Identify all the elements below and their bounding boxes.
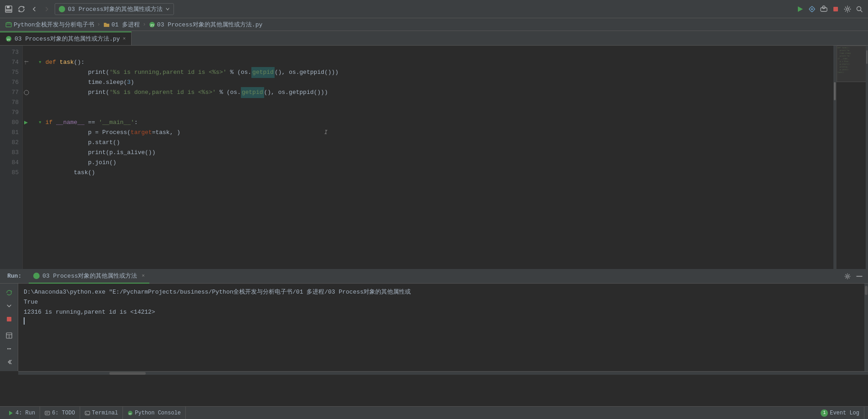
breadcrumb-sep2: › [143, 21, 146, 28]
run-panel-body: D:\Anaconda3\python.exe "E:/PycharmProje… [0, 284, 868, 371]
line-numbers: 73 74 75 76 77 78 79 80 81 82 83 84 85 [0, 46, 23, 269]
run-tab-label: 03 Process对象的其他属性或方法 [42, 272, 137, 280]
status-event-log[interactable]: 1 Event Log [816, 407, 864, 419]
gutter-83 [24, 148, 32, 158]
coverage-icon[interactable] [819, 4, 829, 14]
run-output: D:\Anaconda3\python.exe "E:/PycharmProje… [18, 284, 864, 371]
toolbar-right-icons [795, 4, 864, 14]
run-tab[interactable]: 03 Process对象的其他属性或方法 × [29, 269, 149, 284]
run-output-scrollbar[interactable] [864, 284, 868, 371]
run-tab-icon [33, 273, 40, 279]
breadcrumb-project[interactable]: Python全栈开发与分析电子书 [14, 21, 94, 29]
status-python-console-label: Python Console [135, 410, 181, 416]
stop-run-icon[interactable] [4, 314, 15, 325]
forward-icon[interactable] [42, 4, 52, 14]
line-num-82: 82 [4, 138, 19, 148]
tab-close-button[interactable]: × [123, 36, 126, 41]
svg-point-11 [822, 6, 825, 9]
editor-tab[interactable]: py 03 Process对象的其他属性或方法.py × [0, 31, 132, 45]
rerun-icon[interactable] [4, 287, 15, 298]
more-icon[interactable] [4, 343, 15, 354]
line-num-76: 76 [4, 78, 19, 88]
toolbar: 03 Process对象的其他属性或方法 [0, 0, 868, 18]
minimap-scrollbar [866, 46, 868, 269]
scroll-down-icon[interactable] [4, 300, 15, 311]
svg-rect-1 [7, 6, 10, 8]
svg-rect-12 [833, 7, 838, 11]
code-editor[interactable]: ▾ def task(): print('%s is running,paren… [33, 46, 833, 269]
run-minimize-icon[interactable] [854, 271, 864, 281]
line-num-73: 73 [4, 47, 19, 57]
code-line-82: p.start() [38, 138, 828, 148]
gutter-80[interactable] [24, 118, 32, 128]
status-bar: 4: Run 6: TODO Terminal py Python Consol… [0, 406, 868, 419]
status-run[interactable]: 4: Run [4, 407, 40, 419]
gutter-82 [24, 138, 32, 148]
line-num-75: 75 [4, 67, 19, 78]
status-todo[interactable]: 6: TODO [40, 407, 80, 419]
svg-point-29 [7, 348, 8, 349]
run-icon[interactable] [795, 4, 805, 14]
code-line-76: time.sleep(3) [38, 78, 828, 88]
code-line-78 [38, 98, 828, 108]
svg-point-30 [8, 348, 9, 349]
minimap-scrollbar-thumb [866, 50, 868, 64]
line-num-77: 77 [4, 88, 19, 98]
code-line-75: print('%s is running,parent id is <%s>' … [38, 67, 828, 78]
svg-marker-22 [24, 121, 28, 124]
minimap: def task(): print('%s time.sleep print('… [836, 46, 868, 269]
scrollbar-thumb [834, 82, 836, 100]
run-scrollbar-thumb [865, 286, 868, 295]
svg-marker-3 [798, 6, 803, 12]
tab-file-icon: py [5, 36, 12, 42]
code-line-81: p = Process(target=task, ) I [38, 128, 828, 138]
sync-icon[interactable] [16, 4, 26, 14]
run-settings-icon[interactable] [842, 271, 853, 281]
code-line-84: p.join() [38, 158, 828, 168]
save-icon[interactable] [4, 4, 14, 14]
run-tab-close[interactable]: × [142, 273, 145, 279]
status-terminal-icon [85, 410, 90, 416]
debug-icon[interactable] [807, 4, 817, 14]
file-icon: py [149, 21, 155, 28]
svg-text:py: py [7, 37, 11, 41]
svg-point-31 [10, 348, 10, 349]
gutter-74 [24, 57, 32, 67]
stop-icon[interactable] [831, 4, 841, 14]
run-label: Run: [4, 273, 25, 279]
code-line-79 [38, 108, 828, 118]
svg-rect-33 [45, 411, 50, 415]
run-panel-right-icons [842, 271, 864, 281]
tab-label: 03 Process对象的其他属性或方法.py [15, 35, 120, 43]
breadcrumb: Python全栈开发与分析电子书 › 01 多进程 › py 03 Proces… [0, 18, 868, 31]
gutter-81 [24, 128, 32, 138]
fold-icon-74[interactable] [24, 60, 29, 65]
run-configuration[interactable]: 03 Process对象的其他属性或方法 [55, 3, 174, 15]
back-icon[interactable] [29, 4, 39, 14]
run-gutter-icon-80[interactable] [24, 120, 28, 125]
status-terminal[interactable]: Terminal [80, 407, 123, 419]
svg-point-23 [847, 275, 848, 277]
run-horizontal-scrollbar[interactable] [18, 371, 868, 375]
status-event-log-label: Event Log [830, 410, 859, 416]
status-run-icon [8, 410, 14, 416]
expand-left-icon[interactable] [4, 357, 15, 367]
settings-icon[interactable] [842, 4, 853, 14]
line-num-79: 79 [4, 108, 19, 118]
status-python-console[interactable]: py Python Console [123, 407, 186, 419]
status-run-label: 4: Run [15, 410, 35, 416]
breadcrumb-folder[interactable]: 01 多进程 [112, 21, 140, 29]
search-icon[interactable] [854, 4, 864, 14]
breadcrumb-file[interactable]: 03 Process对象的其他属性或方法.py [157, 21, 262, 29]
run-config-icon [59, 6, 65, 12]
bookmark-icon-77 [24, 90, 29, 95]
code-line-85: task() [38, 168, 828, 178]
svg-rect-16 [6, 23, 11, 27]
run-panel: Run: 03 Process对象的其他属性或方法 × [0, 269, 868, 375]
svg-text:py: py [150, 23, 154, 27]
line-num-85: 85 [4, 168, 19, 178]
line-num-83: 83 [4, 148, 19, 158]
gutter [23, 46, 33, 269]
code-line-73 [38, 47, 828, 57]
layout-icon[interactable] [4, 330, 15, 341]
